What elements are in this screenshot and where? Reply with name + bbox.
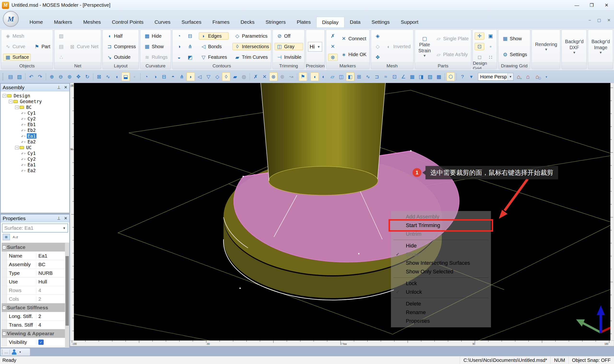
contour-half-icon[interactable]: ◖ — [311, 72, 319, 81]
features-button[interactable]: ▽Features — [199, 54, 229, 61]
parametrics-button[interactable]: ◇Parametrics — [232, 32, 271, 39]
trimming-off-button[interactable]: ⊘Off — [275, 32, 303, 39]
tree-expand-icon[interactable]: − — [15, 146, 19, 149]
toolbar-overflow-icon[interactable]: ▾ — [542, 72, 550, 81]
tab-plates[interactable]: Plates — [291, 17, 316, 27]
single-plate-button[interactable]: ▱Single Plate — [434, 35, 470, 42]
tab-stringers[interactable]: Stringers — [260, 17, 291, 27]
property-row[interactable]: UseHull — [2, 277, 69, 286]
property-grid-scrollbar[interactable] — [65, 243, 69, 348]
zoom-window-icon[interactable]: ⊛ — [65, 72, 74, 81]
grid-origin-button[interactable]: ✛ — [475, 32, 484, 39]
mesh-vis-icon[interactable]: ◍ — [240, 72, 248, 81]
contour-quarter-icon[interactable]: ◔ — [142, 72, 150, 81]
property-row[interactable]: Cols2 — [2, 295, 69, 303]
half-shield-icon[interactable]: ◫ — [337, 72, 345, 81]
tree-row[interactable]: −Geometry — [1, 99, 69, 104]
alphabetical-sort-icon[interactable]: A↓z — [12, 234, 19, 240]
tree-node-label[interactable]: Ea1 — [27, 162, 37, 167]
wave2-icon[interactable]: ≈ — [382, 72, 390, 81]
tree-row[interactable]: ✓▻Ea1 — [1, 133, 69, 139]
tree-node-label[interactable]: Cy2 — [27, 156, 37, 162]
contour-flat-icon[interactable]: ⊟ — [160, 72, 168, 81]
grid-xx-icon[interactable]: ⊞ — [355, 72, 363, 81]
menu-item-properties[interactable]: Properties — [391, 317, 491, 325]
contour-dome-icon[interactable]: ◓ — [169, 72, 177, 81]
curve-net-icon[interactable]: ⊠ — [95, 72, 103, 81]
menu-item-hide[interactable]: Hide — [391, 241, 491, 250]
hide-ok-button[interactable]: ∗Hide OK — [339, 51, 368, 58]
compress-icon[interactable]: ⬓ — [122, 72, 130, 81]
mesh-net-button[interactable]: ◇ — [373, 43, 382, 50]
tree-row[interactable]: −Design — [1, 93, 69, 99]
tab-support[interactable]: Support — [395, 17, 424, 27]
tab-meshes[interactable]: Meshes — [78, 17, 106, 27]
property-value[interactable]: ✓ — [36, 339, 69, 345]
contour-patch-button[interactable]: ◩ — [185, 54, 195, 61]
tree-row[interactable]: −BC — [1, 104, 69, 110]
menu-item-show-only-selected[interactable]: Show Only Selected — [391, 267, 491, 276]
undo-icon[interactable]: ↶ — [27, 72, 35, 81]
property-row[interactable]: TypeNURB — [2, 269, 69, 277]
mdi-minimize-icon[interactable]: – — [588, 18, 591, 23]
contour-plate-icon[interactable]: ▱ — [328, 72, 337, 81]
menu-item-show-intersecting-surfaces[interactable]: Show Intersecting Surfaces — [391, 259, 491, 267]
tab-control-points[interactable]: Control Points — [106, 17, 149, 27]
property-category[interactable]: −Viewing & Appearar — [2, 329, 69, 338]
surface-button[interactable]: ▦Surface — [3, 54, 31, 61]
grid-frame-icon[interactable]: ▫ — [131, 72, 139, 81]
part-button[interactable]: ⚑Part — [32, 43, 52, 50]
tree-row[interactable]: ✓▻Cy1 — [1, 110, 69, 116]
menu-item-delete[interactable]: Delete — [391, 299, 491, 308]
more-options-button[interactable]: … — [4, 350, 8, 354]
property-value[interactable]: Ea1 — [36, 253, 69, 259]
trimming-gray-button[interactable]: ◫Gray — [275, 43, 303, 50]
tree-row[interactable]: −UC — [1, 144, 69, 150]
viewport-3d[interactable]: 18090-180-900 Yaw90180 Add AssemblyStart… — [70, 83, 614, 346]
rendering-button[interactable]: Rendering▼ — [534, 31, 559, 63]
home-view-info-icon[interactable]: ⌂ⓘ — [533, 72, 542, 81]
tree-expand-icon[interactable]: − — [9, 100, 13, 103]
mdi-restore-icon[interactable]: ▢ — [597, 18, 601, 23]
markers-show-button[interactable]: ⊗ — [328, 54, 338, 61]
plate-strain-button[interactable]: ▢Plate Strain▼ — [417, 31, 432, 63]
markers-hide-button[interactable]: ✗ — [328, 32, 338, 39]
property-value[interactable]: NURB — [36, 270, 69, 276]
intersections-icon[interactable]: ◊ — [222, 72, 230, 81]
tab-home[interactable]: Home — [24, 17, 49, 27]
zoom-out-icon[interactable]: ⊖ — [57, 72, 65, 81]
table-shield-icon[interactable]: ◨ — [417, 72, 425, 81]
tree-node-label[interactable]: Eb1 — [27, 122, 37, 127]
marker-connect-icon[interactable]: ✕ — [261, 72, 269, 81]
tab-display[interactable]: Display — [316, 17, 344, 27]
property-value[interactable]: 4 — [36, 287, 69, 293]
marker-hide-icon[interactable]: ✗ — [252, 72, 260, 81]
pin-icon[interactable]: ⊥ — [57, 85, 61, 90]
tree-node-label[interactable]: Ea1 — [27, 133, 37, 139]
zoom-in-icon[interactable]: ⊕ — [48, 72, 56, 81]
menu-item-rename[interactable]: Rename — [391, 308, 491, 317]
tree-row[interactable]: ✓▻Cy2 — [1, 116, 69, 122]
maximize-button[interactable]: ❐ — [584, 0, 599, 10]
curvature-hide-button[interactable]: ▩Hide — [142, 32, 169, 39]
trim-curves-button[interactable]: ▰Trim Curves — [232, 54, 271, 61]
contour-open-icon[interactable]: ◐ — [319, 72, 328, 81]
calculator-icon[interactable]: ▩ — [435, 72, 443, 81]
menu-item-lock[interactable]: Lock — [391, 279, 491, 288]
marker-show-icon[interactable]: ⊗ — [269, 72, 277, 81]
outside-button[interactable]: ↘Outside — [105, 54, 137, 61]
tree-node-label[interactable]: Cy1 — [27, 110, 37, 116]
categorized-view-icon[interactable]: ⊞ — [3, 234, 10, 240]
plate-eye-icon[interactable]: ⊡ — [391, 72, 399, 81]
tab-surfaces[interactable]: Surfaces — [176, 17, 207, 27]
curve-net-button[interactable]: ⊠Curve Net — [67, 43, 100, 50]
intersections-button[interactable]: ◊Intersections — [232, 43, 271, 50]
pan-icon[interactable]: ✥ — [74, 72, 82, 81]
marker-mesh-icon[interactable]: ⊛ — [278, 72, 286, 81]
property-value[interactable]: 2 — [36, 313, 69, 319]
mdi-close-icon[interactable]: ✕ — [607, 18, 611, 23]
plate-join-icon[interactable]: ⊐ — [373, 72, 381, 81]
toolbar-overflow-icon[interactable]: ▾ — [467, 72, 475, 81]
inverted-button[interactable]: ◐Inverted — [384, 43, 412, 50]
tree-node-label[interactable]: Ea2 — [27, 168, 37, 173]
